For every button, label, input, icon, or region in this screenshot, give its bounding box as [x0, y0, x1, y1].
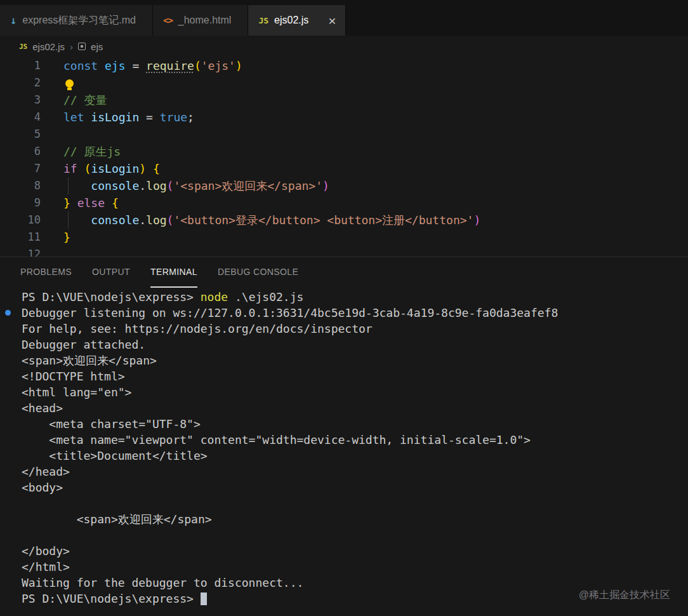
code-line-content: let isLogin = true;: [41, 109, 194, 126]
line-number: 6: [0, 143, 41, 160]
code-line: 2: [0, 74, 688, 91]
panel-tab-problems[interactable]: PROBLEMS: [20, 257, 72, 288]
code-editor[interactable]: 1const ejs = require('ejs')23// 变量4let i…: [0, 57, 688, 257]
code-token: [105, 196, 112, 210]
js-file-icon: JS: [19, 43, 27, 51]
terminal-line: <meta name="viewport" content="width=dev…: [22, 432, 688, 448]
code-token: else: [77, 196, 105, 210]
code-token: {: [153, 162, 160, 175]
line-number: 8: [0, 177, 41, 194]
code-token: log: [146, 179, 167, 192]
editor-tab[interactable]: JSejs02.js×: [248, 5, 345, 36]
code-line: 12: [0, 246, 688, 257]
html-file-icon: <>: [163, 15, 173, 25]
bottom-panel: PROBLEMSOUTPUTTERMINALDEBUG CONSOLE PS D…: [0, 257, 688, 616]
code-line-content: const ejs = require('ejs'): [41, 57, 242, 74]
code-token: ): [473, 213, 480, 227]
terminal-line: <!DOCTYPE html>: [22, 368, 688, 384]
code-line: 7if (isLogin) {: [0, 160, 688, 177]
code-line-content: // 原生js: [41, 143, 121, 160]
code-line: 1const ejs = require('ejs'): [0, 57, 688, 74]
code-line: 11}: [0, 229, 688, 246]
terminal-token: Waiting for the debugger to disconnect..…: [22, 576, 303, 589]
line-number: 1: [0, 57, 41, 74]
code-token: [70, 196, 77, 210]
code-token: (: [167, 213, 174, 227]
code-token: const: [63, 59, 98, 72]
terminal-token: <meta charset="UTF-8">: [22, 417, 201, 431]
terminal-line: <title>Document</title>: [22, 448, 688, 464]
terminal-cursor: [201, 593, 207, 605]
code-token: =: [126, 59, 147, 72]
line-number: 2: [0, 74, 41, 91]
line-number: 11: [0, 229, 41, 246]
terminal-token: <meta name="viewport" content="width=dev…: [22, 433, 531, 446]
code-line: 4let isLogin = true;: [0, 109, 688, 126]
terminal-line: <head>: [22, 400, 688, 416]
symbol-variable-icon: [78, 43, 86, 50]
code-line-content: if (isLogin) {: [41, 160, 160, 177]
terminal-line: </head>: [22, 464, 688, 479]
code-token: '<span>欢迎回来</span>': [173, 179, 322, 192]
breadcrumb-file[interactable]: ejs02.js: [32, 41, 65, 52]
code-token: true: [160, 110, 187, 124]
panel-tab-debug-console[interactable]: DEBUG CONSOLE: [218, 257, 298, 288]
code-token: '<button>登录</button> <button>注册</button>…: [173, 213, 473, 227]
terminal-line: Debugger listening on ws://127.0.0.1:363…: [22, 305, 688, 321]
watermark: @稀土掘金技术社区: [579, 589, 670, 602]
terminal-token: <span>欢迎回来</span>: [22, 512, 212, 526]
code-token: ): [235, 59, 242, 72]
line-number: 4: [0, 109, 41, 126]
terminal-token: <!DOCTYPE html>: [22, 370, 125, 383]
panel-tab-bar: PROBLEMSOUTPUTTERMINALDEBUG CONSOLE: [0, 257, 688, 288]
debug-marker-dot: [5, 310, 11, 316]
code-token: [77, 162, 84, 175]
line-number: 3: [0, 91, 41, 109]
tab-label: ejs02.js: [274, 15, 308, 26]
code-line-content: } else {: [41, 194, 119, 211]
code-line: 9} else {: [0, 194, 688, 211]
code-token: [98, 59, 105, 72]
terminal-line: <meta charset="UTF-8">: [22, 416, 688, 432]
tab-label: _home.html: [178, 15, 232, 26]
terminal-line: <body>: [22, 479, 688, 495]
panel-tab-terminal[interactable]: TERMINAL: [150, 257, 197, 288]
panel-tab-output[interactable]: OUTPUT: [92, 257, 130, 288]
breadcrumb-symbol[interactable]: ejs: [91, 41, 103, 52]
terminal-line: [22, 527, 688, 543]
code-token: // 原生js: [63, 145, 121, 158]
line-number: 5: [0, 126, 41, 143]
code-token: [84, 110, 91, 124]
code-token: let: [63, 110, 84, 124]
code-token: }: [63, 231, 70, 244]
terminal-token: <html lang="en">: [22, 385, 131, 399]
code-token: ejs: [105, 59, 126, 72]
terminal-token: Debugger attached.: [22, 338, 145, 351]
terminal-line: </html>: [22, 559, 688, 575]
editor-tab[interactable]: ↓express框架学习笔记.md: [0, 5, 153, 36]
lightbulb-icon[interactable]: [65, 79, 74, 88]
code-token: log: [146, 213, 167, 227]
vscode-window: ↓express框架学习笔记.md<>_home.htmlJSejs02.js×…: [0, 0, 688, 616]
tab-bar: ↓express框架学习笔记.md<>_home.htmlJSejs02.js×: [0, 0, 688, 36]
terminal-token: <body>: [22, 481, 63, 494]
terminal-line: <span>欢迎回来</span>: [22, 511, 688, 527]
code-token: if: [63, 162, 77, 175]
terminal-line: Debugger attached.: [22, 337, 688, 352]
line-number: 9: [0, 194, 41, 211]
line-number: 12: [0, 246, 41, 257]
terminal-line: For help, see: https://nodejs.org/en/doc…: [22, 321, 688, 337]
tab-label: express框架学习笔记.md: [22, 14, 136, 27]
code-token: ;: [187, 110, 194, 124]
breadcrumb: JS ejs02.js › ejs: [0, 36, 688, 57]
terminal-token: PS D:\VUE\nodejs\express>: [22, 290, 201, 304]
terminal-token: node: [201, 290, 228, 304]
code-token: .: [139, 213, 146, 227]
code-token: {: [112, 196, 119, 210]
editor-tab[interactable]: <>_home.html: [153, 5, 248, 36]
close-tab-icon[interactable]: ×: [328, 14, 336, 27]
code-line-content: console.log('<span>欢迎回来</span>'): [41, 177, 329, 194]
code-line: 8 console.log('<span>欢迎回来</span>'): [0, 177, 688, 194]
code-token: // 变量: [63, 93, 107, 107]
terminal[interactable]: PS D:\VUE\nodejs\express> node .\ejs02.j…: [0, 288, 688, 616]
